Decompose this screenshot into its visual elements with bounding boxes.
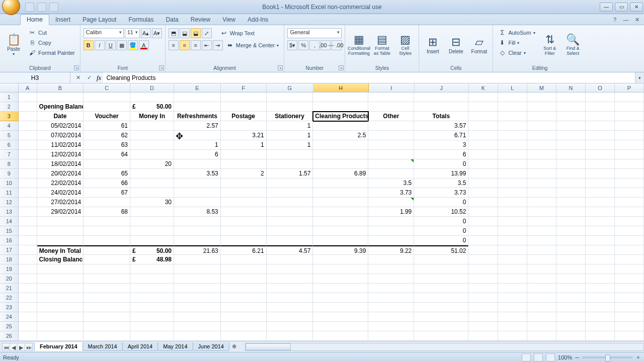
align-bottom-button[interactable]: ⬓ bbox=[191, 28, 201, 38]
maximize-button[interactable]: ▭ bbox=[615, 3, 628, 12]
cell-H10[interactable] bbox=[313, 178, 368, 188]
cell-A23[interactable] bbox=[19, 303, 37, 312]
cell-H26[interactable] bbox=[313, 331, 368, 341]
tab-nav-next[interactable]: ▶ bbox=[17, 343, 25, 351]
cell-E11[interactable] bbox=[174, 188, 221, 198]
cell-K8[interactable] bbox=[468, 159, 498, 169]
cell-B4[interactable]: 05/02/2014 bbox=[37, 121, 84, 131]
cell-M19[interactable] bbox=[527, 264, 556, 274]
cell-I26[interactable] bbox=[368, 331, 414, 341]
cell-A18[interactable] bbox=[19, 255, 37, 264]
cell-H18[interactable] bbox=[313, 255, 368, 264]
sheet-tab-april-2014[interactable]: April 2014 bbox=[122, 342, 158, 351]
cell-O3[interactable] bbox=[586, 112, 615, 121]
cell-L13[interactable] bbox=[498, 207, 527, 217]
accounting-button[interactable]: $▾ bbox=[287, 40, 297, 50]
cell-E16[interactable] bbox=[174, 236, 221, 245]
cell-E8[interactable] bbox=[174, 159, 221, 169]
cell-H17[interactable]: 9.39 bbox=[313, 245, 368, 255]
office-button[interactable] bbox=[2, 0, 20, 15]
cell-J16[interactable]: 0 bbox=[414, 236, 468, 245]
cell-I20[interactable] bbox=[368, 274, 414, 284]
cell-M13[interactable] bbox=[527, 207, 556, 217]
cell-E25[interactable] bbox=[174, 322, 221, 331]
percent-button[interactable]: % bbox=[298, 40, 308, 50]
cell-K23[interactable] bbox=[468, 303, 498, 312]
row-header-13[interactable]: 13 bbox=[0, 207, 19, 217]
minimize-ribbon-icon[interactable]: — bbox=[622, 17, 630, 25]
row-header-18[interactable]: 18 bbox=[0, 255, 19, 264]
cell-K17[interactable] bbox=[468, 245, 498, 255]
close-book-icon[interactable]: ✕ bbox=[633, 17, 641, 25]
cell-D18[interactable]: £48.98 bbox=[130, 255, 174, 264]
comma-button[interactable]: , bbox=[309, 40, 319, 50]
col-header-F[interactable]: F bbox=[221, 83, 267, 92]
clipboard-launcher[interactable]: ↘ bbox=[74, 65, 79, 70]
cell-G17[interactable]: 4.57 bbox=[267, 245, 313, 255]
cell-P7[interactable] bbox=[615, 150, 644, 159]
cell-N16[interactable] bbox=[556, 236, 586, 245]
cell-O7[interactable] bbox=[586, 150, 615, 159]
cell-D12[interactable]: 30 bbox=[130, 198, 174, 207]
cell-N11[interactable] bbox=[556, 188, 586, 198]
cell-A11[interactable] bbox=[19, 188, 37, 198]
name-box[interactable] bbox=[0, 72, 70, 83]
cell-L24[interactable] bbox=[498, 312, 527, 322]
cell-L11[interactable] bbox=[498, 188, 527, 198]
cell-O11[interactable] bbox=[586, 188, 615, 198]
formula-input[interactable] bbox=[103, 72, 635, 83]
cell-B24[interactable] bbox=[37, 312, 84, 322]
cell-F21[interactable] bbox=[221, 284, 267, 293]
wrap-text-button[interactable]: ↩Wrap Text bbox=[218, 28, 257, 38]
cell-P18[interactable] bbox=[615, 255, 644, 264]
cell-H9[interactable]: 6.89 bbox=[313, 169, 368, 178]
cell-N12[interactable] bbox=[556, 198, 586, 207]
cell-F15[interactable] bbox=[221, 226, 267, 236]
ribbon-tab-formulas[interactable]: Formulas bbox=[122, 15, 159, 25]
bold-button[interactable]: B bbox=[84, 40, 94, 50]
row-header-20[interactable]: 20 bbox=[0, 274, 19, 284]
cell-N3[interactable] bbox=[556, 112, 586, 121]
cell-G3[interactable]: Stationery bbox=[267, 112, 313, 121]
cell-J4[interactable]: 3.57 bbox=[414, 121, 468, 131]
cell-G11[interactable] bbox=[267, 188, 313, 198]
align-right-button[interactable]: ≡ bbox=[191, 40, 201, 50]
cell-D2[interactable]: £50.00 bbox=[130, 102, 174, 112]
cell-O5[interactable] bbox=[586, 131, 615, 140]
cell-A7[interactable] bbox=[19, 150, 37, 159]
cell-I5[interactable] bbox=[368, 131, 414, 140]
cell-C20[interactable] bbox=[84, 274, 130, 284]
cell-C4[interactable]: 61 bbox=[84, 121, 130, 131]
cell-C16[interactable] bbox=[84, 236, 130, 245]
cell-G23[interactable] bbox=[267, 303, 313, 312]
row-header-21[interactable]: 21 bbox=[0, 284, 19, 293]
cell-N21[interactable] bbox=[556, 284, 586, 293]
row-header-9[interactable]: 9 bbox=[0, 169, 19, 178]
cell-I11[interactable]: 3.73 bbox=[368, 188, 414, 198]
fill-color-button[interactable]: 🪣 bbox=[128, 40, 138, 50]
cell-F3[interactable]: Postage bbox=[221, 112, 267, 121]
cell-M11[interactable] bbox=[527, 188, 556, 198]
cell-I17[interactable]: 9.22 bbox=[368, 245, 414, 255]
cell-N1[interactable] bbox=[556, 93, 586, 102]
cell-J10[interactable]: 3.5 bbox=[414, 178, 468, 188]
cell-O9[interactable] bbox=[586, 169, 615, 178]
cell-D22[interactable] bbox=[130, 293, 174, 303]
cell-A15[interactable] bbox=[19, 226, 37, 236]
cell-I6[interactable] bbox=[368, 140, 414, 150]
cell-P8[interactable] bbox=[615, 159, 644, 169]
cell-M12[interactable] bbox=[527, 198, 556, 207]
font-size-select[interactable]: 11 bbox=[125, 28, 140, 38]
cell-J14[interactable]: 0 bbox=[414, 217, 468, 226]
cell-L25[interactable] bbox=[498, 322, 527, 331]
cell-J23[interactable] bbox=[414, 303, 468, 312]
align-middle-button[interactable]: ⬓ bbox=[180, 28, 190, 38]
row-header-24[interactable]: 24 bbox=[0, 312, 19, 322]
cell-A9[interactable] bbox=[19, 169, 37, 178]
cell-E21[interactable] bbox=[174, 284, 221, 293]
cell-L14[interactable] bbox=[498, 217, 527, 226]
cell-E2[interactable] bbox=[174, 102, 221, 112]
cell-F19[interactable] bbox=[221, 264, 267, 274]
cell-C13[interactable]: 68 bbox=[84, 207, 130, 217]
cell-H22[interactable] bbox=[313, 293, 368, 303]
